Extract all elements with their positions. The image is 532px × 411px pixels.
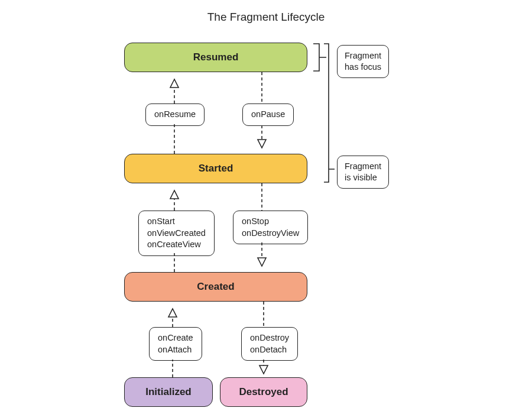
state-label: Resumed bbox=[193, 51, 239, 63]
state-label: Created bbox=[197, 281, 234, 293]
state-label: Started bbox=[199, 163, 233, 174]
note-visible: Fragment is visible bbox=[337, 156, 389, 189]
svg-marker-13 bbox=[170, 190, 179, 199]
transition-stop-down: onStop onDestroyView bbox=[233, 211, 308, 244]
state-created: Created bbox=[124, 272, 307, 302]
state-label: Destroyed bbox=[239, 386, 288, 398]
transition-onresume: onResume bbox=[145, 103, 205, 126]
svg-marker-16 bbox=[258, 258, 266, 266]
transition-create-up: onCreate onAttach bbox=[149, 327, 202, 361]
diagram-title: The Fragment Lifecycle bbox=[0, 11, 532, 24]
state-started: Started bbox=[124, 154, 307, 183]
svg-marker-12 bbox=[170, 79, 179, 88]
note-focus: Fragment has focus bbox=[337, 45, 389, 78]
transition-destroy-down: onDestroy onDetach bbox=[241, 327, 298, 361]
transition-start-up: onStart onViewCreated onCreateView bbox=[138, 211, 215, 256]
state-initialized: Initialized bbox=[124, 377, 213, 407]
state-destroyed: Destroyed bbox=[220, 377, 307, 407]
svg-marker-14 bbox=[168, 309, 177, 317]
state-resumed: Resumed bbox=[124, 43, 307, 72]
svg-marker-15 bbox=[258, 140, 266, 148]
svg-marker-17 bbox=[259, 365, 268, 374]
state-label: Initialized bbox=[145, 386, 191, 398]
transition-onpause: onPause bbox=[242, 103, 294, 126]
